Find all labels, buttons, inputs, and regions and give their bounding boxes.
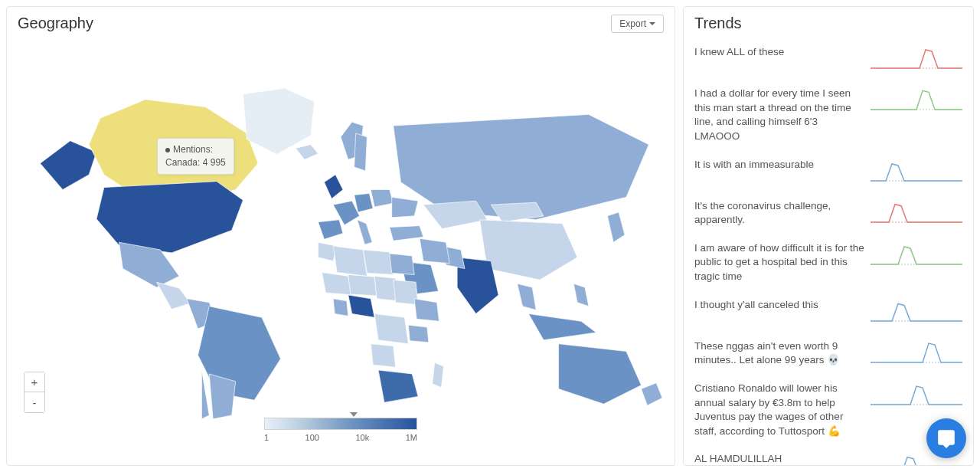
export-label: Export bbox=[619, 18, 646, 29]
country-chile[interactable] bbox=[201, 370, 209, 419]
trend-text: These nggas ain't even worth 9 minutes..… bbox=[694, 339, 871, 368]
sparkline bbox=[871, 158, 962, 185]
country-angola[interactable] bbox=[371, 344, 395, 367]
country-italy[interactable] bbox=[358, 220, 373, 244]
country-niger[interactable] bbox=[348, 274, 377, 295]
country-sweden[interactable] bbox=[354, 133, 368, 171]
zoom-controls: + - bbox=[24, 372, 45, 413]
trend-text: I thought y'all canceled this bbox=[694, 298, 871, 313]
country-usa[interactable] bbox=[96, 182, 243, 253]
country-uk[interactable] bbox=[324, 175, 343, 198]
sparkline bbox=[871, 45, 962, 73]
sparkline bbox=[871, 199, 962, 227]
sparkline bbox=[871, 241, 962, 269]
country-libya[interactable] bbox=[363, 250, 393, 274]
country-thailand[interactable] bbox=[518, 284, 537, 310]
country-nz[interactable] bbox=[642, 383, 662, 405]
trend-item[interactable]: AL HAMDULILLAH bbox=[694, 445, 962, 466]
country-japan[interactable] bbox=[607, 212, 625, 242]
country-drc[interactable] bbox=[374, 313, 408, 343]
trend-text: I had a dollar for every time I seen thi… bbox=[694, 87, 871, 144]
country-philippines[interactable] bbox=[573, 284, 589, 306]
trend-item[interactable]: Cristiano Ronaldo will lower his annual … bbox=[694, 375, 962, 446]
country-poland[interactable] bbox=[371, 190, 393, 208]
country-argentina[interactable] bbox=[209, 374, 235, 419]
country-turkey[interactable] bbox=[390, 226, 423, 241]
country-kenya[interactable] bbox=[408, 325, 428, 343]
country-iran[interactable] bbox=[420, 238, 449, 263]
country-south-africa[interactable] bbox=[378, 370, 418, 402]
country-ukraine[interactable] bbox=[392, 197, 418, 217]
country-central-america[interactable] bbox=[157, 282, 191, 309]
trend-list: I knew ALL of theseI had a dollar for ev… bbox=[694, 38, 962, 466]
export-button[interactable]: Export bbox=[611, 15, 664, 33]
legend-tick: 1M bbox=[406, 433, 417, 442]
trend-text: I knew ALL of these bbox=[694, 45, 871, 60]
country-germany[interactable] bbox=[354, 193, 374, 212]
legend-tick: 10k bbox=[355, 433, 369, 442]
country-egypt[interactable] bbox=[390, 254, 414, 274]
geography-card: Geography Export bbox=[6, 6, 675, 466]
geography-title: Geography bbox=[18, 15, 664, 32]
trend-item[interactable]: It's the coronavirus challenge, apparent… bbox=[694, 192, 962, 234]
zoom-out-button[interactable]: - bbox=[24, 392, 44, 412]
legend-tick: 1 bbox=[264, 433, 269, 442]
map-area[interactable]: Mentions: Canada: 4 995 + - 1 100 bbox=[18, 38, 664, 454]
legend-tick: 100 bbox=[305, 433, 319, 442]
trend-text: Cristiano Ronaldo will lower his annual … bbox=[694, 382, 871, 439]
country-mali[interactable] bbox=[322, 272, 351, 294]
sparkline bbox=[871, 339, 962, 367]
trend-text: AL HAMDULILLAH bbox=[694, 452, 871, 466]
country-kazakhstan[interactable] bbox=[423, 201, 487, 228]
chat-icon bbox=[936, 428, 956, 448]
world-map[interactable] bbox=[18, 38, 664, 424]
country-china[interactable] bbox=[480, 220, 578, 280]
country-algeria[interactable] bbox=[333, 246, 367, 276]
trend-text: I am aware of how difficult it is for th… bbox=[694, 241, 871, 284]
country-iceland[interactable] bbox=[296, 145, 318, 160]
country-ghana[interactable] bbox=[333, 299, 348, 316]
zoom-in-button[interactable]: + bbox=[24, 372, 44, 392]
sparkline bbox=[871, 382, 962, 409]
trend-item[interactable]: These nggas ain't even worth 9 minutes..… bbox=[694, 333, 962, 375]
country-indonesia[interactable] bbox=[528, 313, 596, 339]
trend-text: It is with an immeasurable bbox=[694, 158, 871, 172]
country-ethiopia[interactable] bbox=[414, 299, 439, 321]
country-australia[interactable] bbox=[559, 344, 642, 405]
country-madagascar[interactable] bbox=[433, 362, 444, 387]
chat-widget-button[interactable] bbox=[926, 418, 966, 458]
trend-item[interactable]: I thought y'all canceled this bbox=[694, 291, 962, 333]
trend-item[interactable]: I had a dollar for every time I seen thi… bbox=[694, 80, 962, 151]
trends-card: Trends I knew ALL of theseI had a dollar… bbox=[683, 6, 974, 466]
country-greenland[interactable] bbox=[243, 88, 314, 154]
chevron-down-icon bbox=[649, 22, 655, 25]
trend-text: It's the coronavirus challenge, apparent… bbox=[694, 199, 871, 228]
map-legend: 1 100 10k 1M bbox=[245, 418, 436, 442]
country-alaska[interactable] bbox=[40, 141, 96, 190]
sparkline bbox=[871, 298, 962, 326]
country-nigeria[interactable] bbox=[348, 295, 374, 317]
sparkline bbox=[871, 87, 962, 114]
legend-pointer-icon bbox=[350, 412, 358, 417]
trend-item[interactable]: I am aware of how difficult it is for th… bbox=[694, 234, 962, 291]
legend-gradient bbox=[264, 418, 417, 430]
trend-item[interactable]: I knew ALL of these bbox=[694, 38, 962, 80]
trend-item[interactable]: It is with an immeasurable bbox=[694, 151, 962, 192]
trends-title: Trends bbox=[694, 15, 962, 32]
country-spain[interactable] bbox=[318, 220, 343, 240]
